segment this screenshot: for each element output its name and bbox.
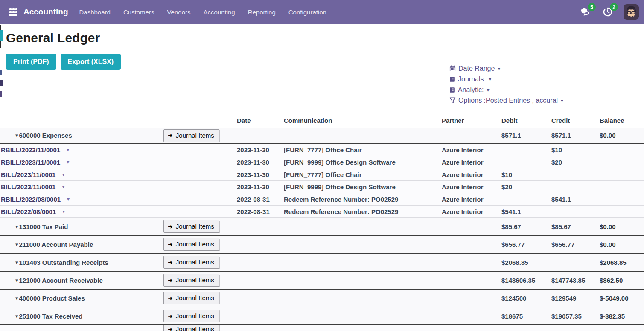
credit-value: $541.1 (551, 196, 600, 203)
filter-options[interactable]: Options :Posted Entries , accural ▾ (449, 95, 563, 106)
filter-journals[interactable]: Journals: ▾ (449, 74, 563, 84)
caret-down-icon: ▾ (62, 208, 65, 214)
move-date: 2023-11-30 (237, 146, 284, 153)
app-name[interactable]: Accounting (23, 7, 68, 17)
apps-grid-icon[interactable] (9, 8, 17, 16)
journal-items-button[interactable]: ➜Journal Items (163, 310, 219, 322)
activities-icon[interactable]: 2 (601, 6, 614, 18)
report-filters: Date Range ▾ Journals: ▾ Analytic: ▾ (449, 63, 563, 106)
filter-journals-label: Journals: (458, 75, 486, 83)
col-header-communication: Communication (284, 117, 442, 124)
account-group-row: ▾ 101403 Outstanding Receipts ➜Journal I… (0, 254, 644, 272)
arrow-right-icon: ➜ (168, 277, 173, 284)
messages-badge: 5 (588, 3, 596, 11)
journal-items-button[interactable]: ➜Journal Items (163, 220, 219, 233)
debit-value: $10 (501, 171, 551, 178)
journal-icon (449, 87, 455, 93)
account-name: 131000 Tax Paid (19, 223, 68, 230)
arrow-right-icon: ➜ (168, 259, 173, 266)
journal-items-button[interactable]: ➜Journal Items (163, 238, 219, 251)
account-toggle[interactable]: ▾ 121000 Account Receivable (0, 277, 163, 284)
account-toggle[interactable]: ▾ 251000 Tax Received (0, 313, 163, 320)
account-group-row: ▾ 131000 Tax Paid ➜Journal Items $85.67 … (0, 218, 644, 236)
move-name: BILL/2023/11/0001 (1, 171, 55, 178)
move-name: RBILL/2022/08/0001 (1, 196, 61, 203)
caret-down-icon: ▾ (15, 241, 18, 248)
menu-configuration[interactable]: Configuration (288, 9, 326, 16)
menu-customers[interactable]: Customers (123, 9, 154, 16)
balance-value: $2068.85 (600, 259, 644, 266)
account-group-row-partial: ➜Journal Items (0, 325, 644, 331)
debit-value: $656.77 (501, 241, 551, 248)
account-toggle[interactable]: ▾ 600000 Expenses (0, 132, 163, 139)
move-name-dropdown[interactable]: BILL/2023/11/0001 ▾ (0, 183, 163, 191)
caret-down-icon: ▾ (62, 184, 64, 190)
journal-items-button[interactable]: ➜Journal Items (163, 325, 219, 331)
caret-down-icon: ▾ (67, 196, 70, 202)
move-name-dropdown[interactable]: RBILL/2023/11/0001 ▾ (0, 159, 163, 166)
debit-value: $18675 (501, 313, 551, 320)
account-toggle[interactable]: ▾ 101403 Outstanding Receipts (0, 259, 163, 266)
move-communication: [FURN_7777] Office Chair (284, 146, 442, 153)
journal-items-button[interactable]: ➜Journal Items (163, 292, 219, 304)
filter-analytic[interactable]: Analytic: ▾ (449, 84, 563, 95)
arrow-right-icon: ➜ (168, 241, 173, 248)
arrow-right-icon: ➜ (168, 313, 173, 319)
credit-value: $571.1 (551, 132, 600, 139)
move-name: RBILL/2023/11/0001 (1, 146, 60, 153)
move-name: BILL/2023/11/0001 (1, 183, 55, 191)
filter-date-range[interactable]: Date Range ▾ (449, 63, 563, 74)
filter-options-label: Options :Posted Entries , accural (458, 97, 558, 104)
export-xlsx-button[interactable]: Export (XLSX) (61, 54, 121, 70)
move-communication: [FURN_9999] Office Design Software (284, 183, 442, 191)
move-name-dropdown[interactable]: RBILL/2023/11/0001 ▾ (0, 146, 163, 153)
journal-items-button[interactable]: ➜Journal Items (163, 256, 219, 269)
move-date: 2022-08-31 (237, 196, 284, 203)
caret-down-icon: ▾ (15, 313, 18, 319)
debit-value: $2068.85 (501, 259, 551, 266)
navbar-right: 5 2 (579, 4, 639, 20)
balance-value: $862.50 (600, 277, 644, 284)
messages-icon[interactable]: 5 (579, 6, 592, 18)
menu-dashboard[interactable]: Dashboard (79, 9, 111, 16)
move-name-dropdown[interactable]: RBILL/2022/08/0001 ▾ (0, 196, 163, 203)
col-header-credit: Credit (551, 117, 600, 124)
debit-value: $124500 (501, 295, 551, 302)
move-date: 2022-08-31 (237, 208, 284, 215)
move-date: 2023-11-30 (237, 159, 284, 166)
debit-value: $541.1 (501, 208, 551, 215)
move-name-dropdown[interactable]: BILL/2023/11/0001 ▾ (0, 171, 163, 178)
print-pdf-button[interactable]: Print (PDF) (6, 54, 56, 70)
move-name-dropdown[interactable]: BILL/2022/08/0001 ▾ (0, 208, 163, 215)
journal-item-row: BILL/2023/11/0001 ▾ 2023-11-30 [FURN_999… (0, 181, 644, 193)
credit-value: $129549 (551, 295, 600, 302)
account-toggle[interactable]: ▾ 131000 Tax Paid (0, 223, 163, 230)
account-toggle[interactable]: ▾ 211000 Account Payable (0, 241, 163, 248)
menu-vendors[interactable]: Vendors (167, 9, 190, 16)
move-communication: Redeem Reference Number: PO02529 (284, 208, 442, 215)
account-name: 101403 Outstanding Receipts (19, 259, 108, 266)
menu-reporting[interactable]: Reporting (248, 9, 276, 16)
account-name: 251000 Tax Received (19, 313, 83, 320)
move-date: 2023-11-30 (237, 171, 284, 178)
balance-value: $-5049.00 (600, 295, 644, 302)
move-communication: Redeem Reference Number: PO02529 (284, 196, 442, 203)
col-header-debit: Debit (501, 117, 551, 124)
journal-items-button[interactable]: ➜Journal Items (163, 129, 219, 142)
user-avatar[interactable] (624, 4, 639, 20)
caret-down-icon: ▾ (15, 259, 18, 266)
move-partner: Azure Interior (442, 183, 501, 191)
menu-accounting[interactable]: Accounting (203, 9, 235, 16)
move-communication: [FURN_9999] Office Design Software (284, 159, 442, 166)
caret-down-icon: ▾ (15, 223, 18, 230)
account-toggle[interactable]: ▾ 400000 Product Sales (0, 295, 163, 302)
filter-date-range-label: Date Range (458, 65, 495, 72)
debit-value: $571.1 (501, 132, 551, 139)
caret-down-icon: ▾ (67, 147, 69, 153)
move-name: BILL/2022/08/0001 (1, 208, 56, 215)
journal-items-button[interactable]: ➜Journal Items (163, 274, 219, 287)
caret-down-icon: ▾ (15, 277, 18, 284)
credit-value: $85.67 (551, 223, 600, 230)
debit-value: $85.67 (501, 223, 551, 230)
balance-value: $-382.35 (600, 313, 644, 320)
